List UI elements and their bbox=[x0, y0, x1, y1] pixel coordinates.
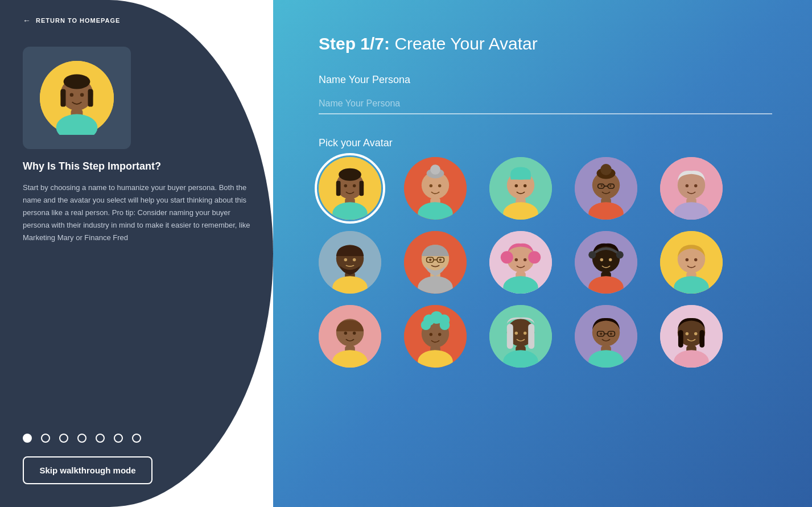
avatar-2[interactable] bbox=[404, 157, 467, 220]
dot-5[interactable] bbox=[96, 434, 105, 443]
svg-point-42 bbox=[601, 185, 603, 187]
avatar-14[interactable] bbox=[575, 305, 637, 368]
avatar-4[interactable] bbox=[575, 157, 637, 220]
svg-point-111 bbox=[524, 332, 527, 335]
progress-dots bbox=[0, 434, 273, 443]
step-label: Step 1/7: bbox=[319, 34, 390, 53]
svg-point-92 bbox=[353, 332, 356, 335]
dot-1[interactable] bbox=[23, 434, 32, 443]
left-panel: ← RETURN TO HOMEPAGE bbox=[0, 0, 273, 507]
svg-point-16 bbox=[344, 184, 348, 188]
svg-rect-126 bbox=[699, 330, 704, 348]
why-description: Start by choosing a name to humanize you… bbox=[0, 182, 273, 244]
svg-point-91 bbox=[344, 332, 348, 335]
svg-point-128 bbox=[694, 332, 698, 336]
svg-rect-125 bbox=[678, 330, 683, 348]
step-title: Step 1/7: Create Your Avatar bbox=[319, 34, 772, 53]
avatar-section-label: Pick your Avatar bbox=[319, 137, 772, 149]
avatar-9[interactable] bbox=[575, 231, 637, 294]
svg-point-71 bbox=[515, 258, 518, 262]
return-to-homepage-link[interactable]: ← RETURN TO HOMEPAGE bbox=[0, 0, 273, 41]
svg-point-102 bbox=[430, 333, 433, 336]
svg-point-25 bbox=[438, 184, 442, 188]
persona-name-input[interactable] bbox=[319, 94, 772, 114]
svg-point-78 bbox=[616, 251, 624, 258]
svg-point-24 bbox=[430, 184, 433, 188]
return-label: RETURN TO HOMEPAGE bbox=[36, 17, 120, 24]
avatar-15[interactable] bbox=[660, 305, 723, 368]
svg-rect-6 bbox=[88, 89, 93, 106]
svg-point-32 bbox=[524, 184, 527, 188]
avatar-10[interactable] bbox=[660, 231, 723, 294]
svg-point-7 bbox=[70, 93, 73, 97]
svg-point-86 bbox=[694, 258, 698, 262]
avatar-8[interactable] bbox=[489, 231, 552, 294]
avatar-5[interactable] bbox=[660, 157, 723, 220]
avatar-13[interactable] bbox=[489, 305, 552, 368]
svg-point-31 bbox=[515, 184, 518, 188]
avatar-11[interactable] bbox=[319, 305, 381, 368]
avatar-1[interactable] bbox=[319, 157, 381, 220]
svg-point-55 bbox=[353, 258, 356, 262]
svg-point-80 bbox=[609, 258, 612, 262]
dot-7[interactable] bbox=[132, 434, 141, 443]
svg-rect-15 bbox=[360, 181, 364, 196]
svg-point-100 bbox=[421, 320, 431, 330]
svg-rect-5 bbox=[60, 89, 65, 106]
svg-point-127 bbox=[686, 332, 689, 336]
svg-point-79 bbox=[600, 258, 604, 262]
svg-point-70 bbox=[528, 251, 541, 263]
svg-rect-108 bbox=[507, 324, 513, 349]
avatar-grid bbox=[319, 157, 772, 368]
skip-walkthrough-button[interactable]: Skip walkthrough mode bbox=[23, 456, 152, 484]
svg-point-23 bbox=[430, 164, 440, 175]
svg-point-72 bbox=[524, 258, 527, 262]
dot-2[interactable] bbox=[41, 434, 50, 443]
svg-point-64 bbox=[439, 258, 442, 261]
persona-section-label: Name Your Persona bbox=[319, 74, 772, 86]
svg-rect-109 bbox=[528, 324, 534, 349]
svg-point-48 bbox=[686, 184, 689, 188]
avatar-preview-box bbox=[23, 47, 131, 149]
selected-avatar-preview bbox=[40, 61, 114, 135]
svg-point-85 bbox=[686, 258, 689, 262]
right-panel: Step 1/7: Create Your Avatar Name Your P… bbox=[273, 0, 812, 507]
svg-point-43 bbox=[609, 185, 611, 187]
svg-point-13 bbox=[339, 168, 361, 181]
dot-3[interactable] bbox=[59, 434, 68, 443]
step-title-text: Create Your Avatar bbox=[394, 34, 537, 53]
avatar-7[interactable] bbox=[404, 231, 467, 294]
svg-point-63 bbox=[429, 258, 431, 261]
svg-point-4 bbox=[64, 74, 90, 89]
svg-point-69 bbox=[501, 251, 513, 263]
avatar-6[interactable] bbox=[319, 231, 381, 294]
avatar-12[interactable] bbox=[404, 305, 467, 368]
svg-point-54 bbox=[344, 258, 348, 262]
svg-point-101 bbox=[440, 320, 450, 330]
arrow-left-icon: ← bbox=[23, 16, 31, 25]
svg-point-17 bbox=[353, 184, 356, 188]
svg-point-8 bbox=[80, 93, 84, 97]
why-title: Why Is This Step Important? bbox=[0, 160, 273, 172]
avatar-3[interactable] bbox=[489, 157, 552, 220]
svg-point-119 bbox=[600, 332, 602, 335]
svg-point-110 bbox=[515, 332, 518, 335]
svg-point-120 bbox=[610, 332, 612, 335]
dot-4[interactable] bbox=[77, 434, 86, 443]
svg-point-103 bbox=[438, 333, 442, 336]
svg-point-77 bbox=[588, 251, 596, 258]
dot-6[interactable] bbox=[114, 434, 123, 443]
svg-point-49 bbox=[694, 184, 698, 188]
svg-point-38 bbox=[600, 164, 612, 175]
svg-rect-14 bbox=[336, 181, 341, 196]
